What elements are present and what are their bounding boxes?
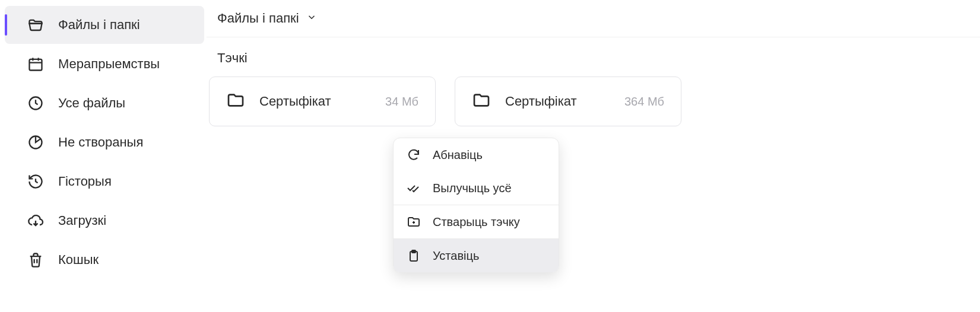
sidebar-item-label: Не створаныя: [58, 135, 143, 150]
sidebar-item-files-folders[interactable]: Файлы і папкі: [5, 6, 204, 44]
folder-size: 364 Мб: [624, 95, 664, 109]
clipboard-icon: [405, 247, 422, 264]
context-menu: Абнавіць Вылучыць усё Стварыць тэчку Уст…: [393, 138, 559, 273]
menu-item-create-folder[interactable]: Стварыць тэчку: [394, 205, 559, 238]
sidebar-item-label: Усе файлы: [58, 95, 125, 111]
history-icon: [26, 172, 45, 191]
sidebar: Файлы і папкі Мерапрыемствы Усе файлы Не…: [0, 0, 207, 312]
download-cloud-icon: [26, 211, 45, 230]
sidebar-item-label: Гісторыя: [58, 174, 112, 189]
sidebar-item-not-created[interactable]: Не створаныя: [5, 123, 204, 161]
chevron-down-icon: [306, 12, 317, 25]
menu-item-paste[interactable]: Уставіць: [394, 239, 559, 272]
menu-label: Стварыць тэчку: [433, 215, 520, 229]
folders-row: Сертыфікат 34 Мб Сертыфікат 364 Мб: [207, 77, 980, 126]
sidebar-item-all-files[interactable]: Усе файлы: [5, 84, 204, 122]
sidebar-item-label: Загрузкі: [58, 213, 106, 228]
clock-icon: [26, 94, 45, 113]
menu-item-select-all[interactable]: Вылучыць усё: [394, 171, 559, 205]
menu-label: Вылучыць усё: [433, 182, 512, 195]
sidebar-item-downloads[interactable]: Загрузкі: [5, 202, 204, 240]
menu-item-refresh[interactable]: Абнавіць: [394, 138, 559, 171]
sidebar-item-label: Мерапрыемствы: [58, 56, 160, 72]
sidebar-item-trash[interactable]: Кошык: [5, 241, 204, 279]
sidebar-item-history[interactable]: Гісторыя: [5, 163, 204, 200]
sidebar-item-label: Кошык: [58, 252, 99, 268]
section-title: Тэчкі: [207, 37, 980, 77]
trash-icon: [26, 250, 45, 269]
breadcrumb-label: Файлы і папкі: [217, 11, 299, 26]
menu-label: Абнавіць: [433, 148, 483, 162]
folder-card[interactable]: Сертыфікат 34 Мб: [209, 77, 436, 126]
svg-rect-0: [30, 59, 42, 71]
refresh-icon: [405, 147, 422, 163]
menu-label: Уставіць: [433, 249, 479, 263]
sidebar-item-events[interactable]: Мерапрыемствы: [5, 45, 204, 83]
folder-icon: [226, 91, 245, 112]
pie-icon: [26, 133, 45, 152]
folder-icon: [472, 91, 491, 112]
folder-open-icon: [26, 15, 45, 34]
folder-card[interactable]: Сертыфікат 364 Мб: [455, 77, 681, 126]
main-content: Файлы і папкі Тэчкі Сертыфікат 34 Мб Сер…: [207, 0, 980, 312]
check-all-icon: [405, 180, 422, 196]
folder-name: Сертыфікат: [505, 94, 624, 109]
folder-size: 34 Мб: [385, 95, 418, 109]
folder-name: Сертыфікат: [259, 94, 385, 109]
breadcrumb[interactable]: Файлы і папкі: [207, 11, 980, 37]
calendar-icon: [26, 55, 45, 74]
folder-plus-icon: [405, 214, 422, 230]
sidebar-item-label: Файлы і папкі: [58, 17, 140, 33]
